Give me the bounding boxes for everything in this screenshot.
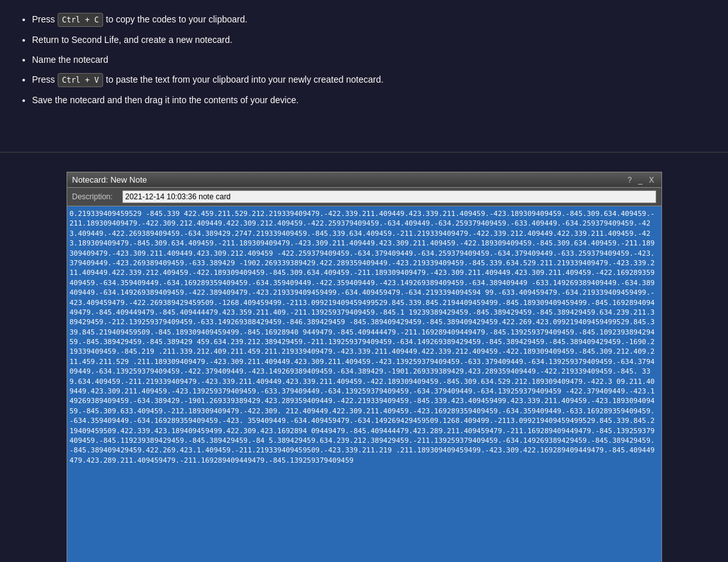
instruction-name: Name the notecard bbox=[32, 53, 709, 67]
notecard-description-bar: Description: bbox=[67, 188, 661, 206]
instruction-paste-before: Press bbox=[32, 74, 58, 85]
paste-kbd: Ctrl + V bbox=[58, 73, 104, 87]
instructions-list: Press Ctrl + C to copy the codes to your… bbox=[19, 13, 709, 107]
notecard-text: 0.219339409459529 -845.339 422.459.211.5… bbox=[70, 209, 659, 465]
instruction-paste-after: to paste the text from your clipboard in… bbox=[103, 74, 383, 85]
help-button[interactable]: ? bbox=[626, 176, 634, 185]
close-window-button[interactable]: X bbox=[647, 176, 656, 185]
main-content: Press Ctrl + C to copy the codes to your… bbox=[0, 0, 728, 139]
instruction-return: Return to Second Life, and create a new … bbox=[32, 33, 709, 47]
description-label: Description: bbox=[72, 192, 117, 201]
instruction-copy-after: to copy the codes to your clipboard. bbox=[103, 14, 247, 24]
titlebar-controls: ? _ X bbox=[626, 176, 656, 185]
section-divider bbox=[0, 152, 728, 153]
notecard-titlebar: Notecard: New Note ? _ X bbox=[67, 172, 661, 188]
instruction-paste: Press Ctrl + V to paste the text from yo… bbox=[32, 73, 709, 87]
notecard-title: Notecard: New Note bbox=[72, 175, 147, 185]
notecard-content[interactable]: 0.219339409459529 -845.339 422.459.211.5… bbox=[67, 206, 661, 562]
notecard-window: Notecard: New Note ? _ X Description: 0.… bbox=[67, 172, 662, 562]
description-input[interactable] bbox=[122, 190, 656, 203]
instruction-save: Save the notecard and then drag it into … bbox=[32, 94, 709, 107]
copy-kbd: Ctrl + C bbox=[58, 13, 104, 27]
minimize-button[interactable]: _ bbox=[636, 176, 645, 185]
notecard-container: Notecard: New Note ? _ X Description: 0.… bbox=[0, 165, 728, 562]
instruction-copy-before: Press bbox=[32, 14, 58, 24]
instruction-copy: Press Ctrl + C to copy the codes to your… bbox=[32, 13, 709, 27]
